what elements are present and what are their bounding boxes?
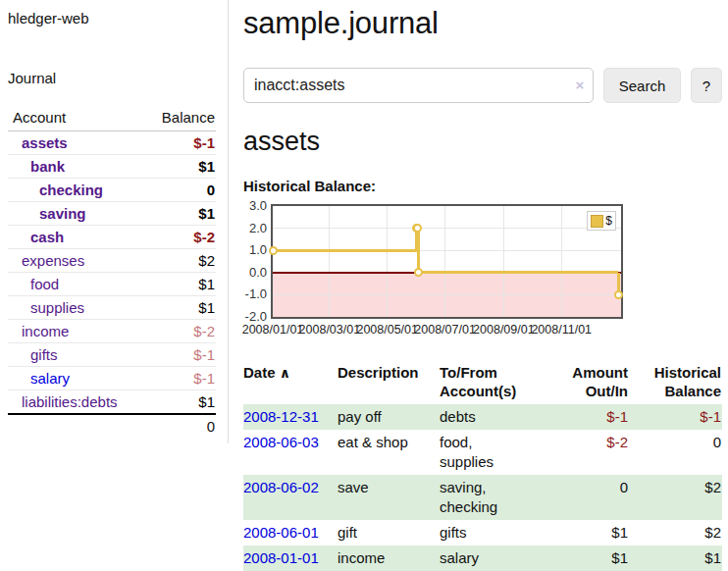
account-row: income$-2 <box>8 320 216 343</box>
chart-gridline <box>273 294 621 295</box>
transaction-accounts: food, supplies <box>440 430 538 475</box>
chart-y-tick-label: 1.0 <box>243 243 267 257</box>
accounts-header-balance: Balance <box>143 107 216 131</box>
account-row: cash$-2 <box>8 226 216 249</box>
account-link[interactable]: gifts <box>30 346 58 363</box>
account-heading: assets <box>243 127 722 157</box>
chart-gridline <box>329 206 330 317</box>
account-link[interactable]: saving <box>39 205 86 222</box>
account-row: supplies$1 <box>8 296 216 320</box>
search-input[interactable] <box>243 68 594 103</box>
historical-balance-chart: $ 2008/01/012008/03/012008/05/012008/07/… <box>243 204 722 343</box>
account-balance: $-2 <box>143 320 216 343</box>
sort-asc-icon: ∧ <box>280 365 290 381</box>
account-row: food$1 <box>8 273 216 296</box>
chart-x-tick-label: 2008/07/01 <box>414 323 476 337</box>
transaction-row: 2008-06-03eat & shopfood, supplies$-20 <box>243 430 722 475</box>
account-row: checking0 <box>8 179 216 202</box>
chart-title: Historical Balance: <box>243 178 722 194</box>
account-balance: $-2 <box>143 226 216 249</box>
transaction-date-link[interactable]: 2008-01-01 <box>243 549 319 566</box>
account-link[interactable]: expenses <box>22 252 84 269</box>
chart-y-tick-label: 3.0 <box>243 199 267 213</box>
transaction-accounts: debts <box>440 404 538 430</box>
txns-header-amount: Amount Out/In <box>538 361 629 404</box>
transaction-date-link[interactable]: 2008-12-31 <box>243 408 319 425</box>
transaction-date-link[interactable]: 2008-06-03 <box>243 434 319 450</box>
account-link[interactable]: bank <box>30 158 65 175</box>
chart-line-segment <box>417 229 420 273</box>
chart-data-point <box>413 224 422 233</box>
sidebar-item-journal[interactable]: Journal <box>8 70 216 86</box>
chart-gridline <box>444 206 445 317</box>
account-link[interactable]: liabilities:debts <box>22 393 118 410</box>
transaction-amount: $-2 <box>538 430 629 475</box>
account-row: bank$1 <box>8 155 216 179</box>
accounts-header-account: Account <box>8 107 143 131</box>
account-link[interactable]: cash <box>30 229 64 245</box>
transactions-table: Date ∧ Description To/From Account(s) Am… <box>243 361 722 571</box>
transaction-description: eat & shop <box>338 430 440 475</box>
chart-data-point <box>614 290 623 299</box>
account-link[interactable]: income <box>22 323 69 339</box>
chart-x-tick-label: 2008/11/01 <box>531 323 592 337</box>
account-balance: $1 <box>143 202 216 226</box>
search-box: × <box>243 68 594 103</box>
transaction-amount: 0 <box>538 475 629 520</box>
account-row: saving$1 <box>8 202 216 226</box>
account-link[interactable]: supplies <box>30 299 84 316</box>
search-button[interactable]: Search <box>603 68 680 103</box>
transaction-description: save <box>338 475 440 520</box>
account-balance: 0 <box>143 179 216 202</box>
chart-x-tick-label: 2008/05/01 <box>356 323 418 337</box>
chart-y-tick-label: 2.0 <box>243 222 267 235</box>
help-button[interactable]: ? <box>691 68 722 103</box>
chart-gridline <box>387 206 388 317</box>
account-row: liabilities:debts$1 <box>8 390 216 415</box>
accounts-total-row: 0 <box>8 414 216 438</box>
transaction-amount: $-1 <box>538 404 629 430</box>
transaction-balance: $2 <box>629 475 722 520</box>
chart-line-segment <box>273 249 417 252</box>
account-row: gifts$-1 <box>8 343 216 367</box>
legend-swatch-icon <box>591 215 603 228</box>
account-link[interactable]: salary <box>30 370 70 387</box>
transaction-date-link[interactable]: 2008-06-02 <box>243 479 319 495</box>
transaction-accounts: salary <box>440 545 538 571</box>
transaction-description: pay off <box>338 404 440 430</box>
transaction-balance: $1 <box>629 545 722 571</box>
chart-data-point <box>269 246 278 255</box>
chart-gridline <box>503 206 504 317</box>
accounts-body: assets$-1bank$1checking0saving$1cash$-2e… <box>8 131 216 439</box>
transaction-row: 2008-06-01giftgifts$1$2 <box>243 520 722 545</box>
account-link[interactable]: checking <box>39 182 103 198</box>
account-link[interactable]: assets <box>22 134 68 151</box>
account-balance: $1 <box>143 390 216 415</box>
txns-header-description: Description <box>338 361 440 404</box>
transaction-balance: 0 <box>629 430 722 475</box>
page-title: sample.journal <box>243 6 722 41</box>
transaction-amount: $1 <box>538 520 629 545</box>
transactions-body: 2008-12-31pay offdebts$-1$-12008-06-03ea… <box>243 404 722 571</box>
search-bar: × Search ? <box>243 68 722 103</box>
legend-label: $ <box>605 214 612 228</box>
chart-legend: $ <box>587 211 616 231</box>
transaction-balance: $2 <box>629 520 722 545</box>
clear-search-icon[interactable]: × <box>576 77 585 94</box>
chart-y-tick-label: -1.0 <box>243 287 267 301</box>
txns-header-balance: Historical Balance <box>629 361 722 404</box>
chart-y-tick-label: 0.0 <box>243 266 267 280</box>
chart-x-tick-label: 2008/01/01 <box>242 323 304 337</box>
transaction-description: income <box>338 545 440 571</box>
account-balance: $-1 <box>143 367 216 390</box>
transaction-accounts: gifts <box>440 520 538 545</box>
transaction-date-link[interactable]: 2008-06-01 <box>243 524 319 541</box>
chart-y-tick-label: -2.0 <box>243 310 267 324</box>
transaction-row: 2008-01-01incomesalary$1$1 <box>243 545 722 571</box>
transaction-row: 2008-12-31pay offdebts$-1$-1 <box>243 404 722 430</box>
account-link[interactable]: food <box>30 276 59 292</box>
app-title-link[interactable]: hledger-web <box>8 10 216 26</box>
account-row: assets$-1 <box>8 131 216 155</box>
txns-header-date[interactable]: Date ∧ <box>243 361 338 404</box>
accounts-table: Account Balance assets$-1bank$1checking0… <box>8 107 216 438</box>
